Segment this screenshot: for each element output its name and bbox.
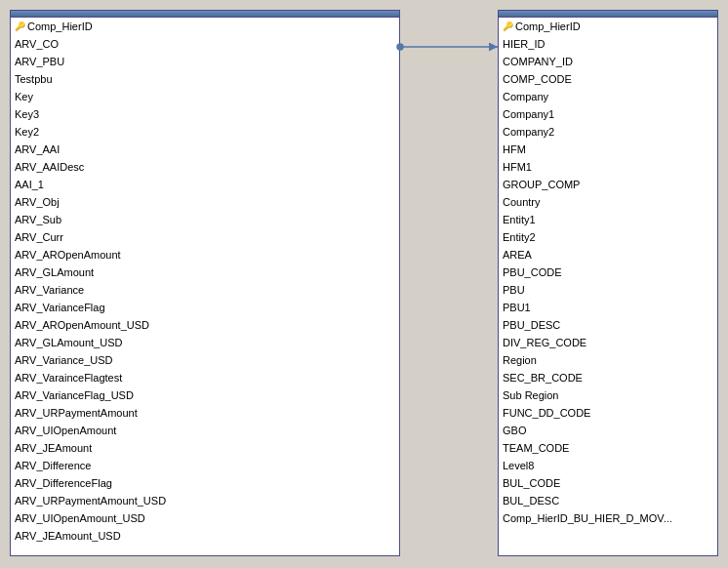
field-name: ARV_Obj [15,196,60,208]
table-row[interactable]: GBO [499,422,717,439]
table-row[interactable]: Region [499,351,717,369]
field-name: PBU [503,284,525,296]
table-row[interactable]: Entity2 [499,228,717,246]
field-name: GROUP_COMP [503,179,580,190]
table-row[interactable]: TEAM_CODE [499,439,717,457]
field-name: ARV_Sub [15,214,61,225]
field-name: ARV_Curr [15,231,63,243]
table-row[interactable]: ARV_UIOpenAmount [11,422,399,439]
table-row[interactable]: SEC_BR_CODE [499,369,717,386]
field-name: ARV_Variance [15,284,84,296]
table-row[interactable]: ARV_DifferenceFlag [11,474,399,492]
field-name: Testpbu [15,73,53,85]
field-name: PBU1 [503,302,531,313]
table-row[interactable]: ARV_VarianceFlag_USD [11,386,399,404]
table-row[interactable]: Key3 [11,105,399,123]
table-row[interactable]: Company [499,88,717,105]
table-row[interactable]: ARV_PBU [11,53,399,70]
table-row[interactable]: ARV_CO [11,35,399,53]
field-name: TEAM_CODE [503,442,569,454]
table-row[interactable]: ARV_VarianceFlag [11,299,399,316]
field-name: ARV_DifferenceFlag [15,477,112,489]
right-table-body[interactable]: 🔑Comp_HierIDHIER_IDCOMPANY_IDCOMP_CODECo… [499,18,717,555]
table-row[interactable]: ARV_GLAmount [11,264,399,281]
field-name: Entity1 [503,214,536,225]
table-row[interactable]: ARV_Variance_USD [11,351,399,369]
left-table-body[interactable]: 🔑Comp_HierIDARV_COARV_PBUTestpbuKeyKey3K… [11,18,399,555]
field-name: Company1 [503,108,554,120]
table-row[interactable]: AREA [499,246,717,264]
table-row[interactable]: ARV_Obj [11,193,399,211]
table-row[interactable]: 🔑Comp_HierID [11,18,399,35]
table-row[interactable]: FUNC_DD_CODE [499,404,717,422]
table-row[interactable]: ARV_Difference [11,457,399,474]
table-row[interactable]: BUL_DESC [499,492,717,509]
field-name: ARV_AROpenAmount_USD [15,319,149,331]
table-row[interactable]: Company1 [499,105,717,123]
table-row[interactable]: PBU1 [499,299,717,316]
table-row[interactable]: ARV_JEAmount_USD [11,527,399,545]
table-row[interactable]: HFM [499,141,717,158]
table-row[interactable]: BUL_CODE [499,474,717,492]
table-row[interactable]: 🔑Comp_HierID [499,18,717,35]
field-name: Company [503,91,548,102]
table-row[interactable]: PBU [499,281,717,299]
table-row[interactable]: DIV_REG_CODE [499,334,717,351]
field-name: HFM1 [503,161,532,173]
table-row[interactable]: ARV_Variance [11,281,399,299]
table-row[interactable]: Testpbu [11,70,399,88]
field-name: ARV_VarianceFlag [15,302,105,313]
table-row[interactable]: ARV_AAIDesc [11,158,399,176]
table-row[interactable]: ARV_JEAmount [11,439,399,457]
table-row[interactable]: ARV_AROpenAmount [11,246,399,264]
table-row[interactable]: HFM1 [499,158,717,176]
field-name: ARV_VarainceFlagtest [15,372,122,384]
table-row[interactable]: GROUP_COMP [499,176,717,193]
table-row[interactable]: ARV_GLAmount_USD [11,334,399,351]
table-row[interactable]: ARV_AROpenAmount_USD [11,316,399,334]
table-row[interactable]: ARV_Sub [11,211,399,228]
table-row[interactable]: ARV_AAI [11,141,399,158]
field-name: FUNC_DD_CODE [503,407,590,419]
table-row[interactable]: Key [11,88,399,105]
field-name: ARV_JEAmount [15,442,92,454]
table-row[interactable]: ARV_Curr [11,228,399,246]
pk-icon: 🔑 [15,19,25,34]
field-name: PBU_CODE [503,266,562,278]
table-row[interactable]: ARV_UIOpenAmount_USD [11,509,399,527]
table-row[interactable]: ARV_URPaymentAmount_USD [11,492,399,509]
right-table-header [499,11,717,18]
field-name: Comp_HierID [27,19,93,34]
table-row[interactable]: PBU_CODE [499,264,717,281]
field-name: Comp_HierID_BU_HIER_D_MOV... [503,512,672,524]
table-row[interactable]: Entity1 [499,211,717,228]
field-name: ARV_CO [15,38,59,50]
field-name: Entity2 [503,231,536,243]
table-row[interactable]: Comp_HierID_BU_HIER_D_MOV... [499,509,717,527]
field-name: Key3 [15,108,39,120]
table-row[interactable]: HIER_ID [499,35,717,53]
field-name: Comp_HierID [515,19,581,34]
table-row[interactable]: AAI_1 [11,176,399,193]
pk-icon: 🔑 [503,19,513,34]
table-row[interactable]: Country [499,193,717,211]
field-name: Country [503,196,541,208]
field-name: ARV_GLAmount [15,266,94,278]
table-row[interactable]: Key2 [11,123,399,141]
field-name: ARV_AAIDesc [15,161,84,173]
table-row[interactable]: PBU_DESC [499,316,717,334]
left-table-header [11,11,399,18]
table-row[interactable]: Sub Region [499,386,717,404]
table-row[interactable]: ARV_URPaymentAmount [11,404,399,422]
field-name: ARV_UIOpenAmount [15,425,116,436]
field-name: Sub Region [503,389,559,401]
table-row[interactable]: ARV_VarainceFlagtest [11,369,399,386]
field-name: AREA [503,249,532,261]
field-name: ARV_PBU [15,56,64,67]
table-row[interactable]: Level8 [499,457,717,474]
field-name: SEC_BR_CODE [503,372,583,384]
table-row[interactable]: COMP_CODE [499,70,717,88]
table-row[interactable]: Company2 [499,123,717,141]
field-name: ARV_Difference [15,460,91,471]
table-row[interactable]: COMPANY_ID [499,53,717,70]
